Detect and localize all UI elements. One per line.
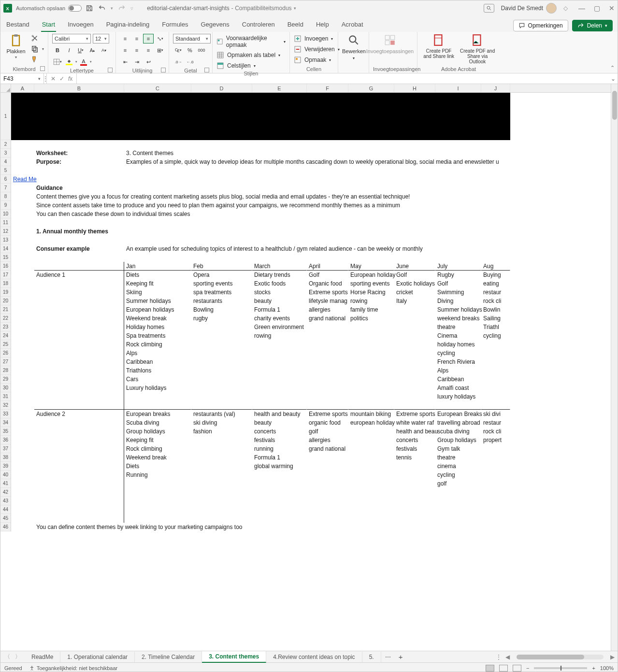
borders-button[interactable]: ▾: [52, 57, 63, 67]
cell[interactable]: [252, 357, 307, 366]
cell[interactable]: [481, 201, 510, 210]
cell[interactable]: [11, 523, 34, 531]
cell[interactable]: [191, 323, 252, 331]
row-header[interactable]: 18: [0, 279, 11, 288]
cell[interactable]: restaur: [481, 418, 510, 427]
row-header[interactable]: 7: [0, 184, 11, 192]
cell[interactable]: grand national: [307, 444, 348, 453]
cell[interactable]: [124, 497, 191, 505]
cell[interactable]: [191, 340, 252, 349]
cell[interactable]: Golf: [435, 279, 481, 288]
row-header[interactable]: 15: [0, 253, 11, 262]
horizontal-scrollbar[interactable]: [517, 655, 604, 659]
cell[interactable]: cricket: [394, 288, 435, 297]
cell[interactable]: [307, 210, 348, 218]
font-size-select[interactable]: 12: [93, 34, 109, 43]
search-icon[interactable]: [484, 4, 494, 13]
normal-view-icon[interactable]: [486, 665, 494, 672]
cell[interactable]: [11, 392, 34, 401]
orientation-icon[interactable]: ⤡▾: [155, 34, 165, 43]
sheet-tab-more-icon[interactable]: ⋯: [381, 654, 395, 660]
cell[interactable]: restaurants (val): [191, 410, 252, 418]
cell[interactable]: Feb: [191, 262, 252, 271]
cell[interactable]: [124, 192, 191, 201]
cell[interactable]: [11, 349, 34, 357]
cell[interactable]: [124, 488, 191, 497]
tab-bestand[interactable]: Bestand: [5, 19, 30, 32]
cell[interactable]: [307, 140, 348, 149]
cancel-formula-icon[interactable]: ✕: [51, 75, 56, 82]
cell[interactable]: [348, 244, 394, 253]
cell[interactable]: [348, 392, 394, 401]
cell[interactable]: [11, 323, 34, 331]
cell[interactable]: Alps: [124, 349, 191, 357]
cell[interactable]: [348, 505, 394, 514]
row-header[interactable]: 24: [0, 331, 11, 340]
conditional-formatting-button[interactable]: Voorwaardelijke opmaak▾: [216, 35, 286, 48]
addins-button[interactable]: Invoegtoepassingen: [373, 34, 407, 54]
cell[interactable]: [191, 157, 252, 166]
cell[interactable]: [252, 253, 307, 262]
cell[interactable]: [11, 227, 34, 236]
row-header[interactable]: 35: [0, 427, 11, 436]
cell[interactable]: [307, 384, 348, 392]
cell[interactable]: politics: [348, 314, 394, 323]
cell[interactable]: [307, 253, 348, 262]
cell[interactable]: [435, 210, 481, 218]
cell[interactable]: [191, 349, 252, 357]
page-break-view-icon[interactable]: [513, 665, 521, 672]
cell[interactable]: [191, 479, 252, 488]
cell[interactable]: Dietary trends: [252, 271, 307, 279]
cell[interactable]: [394, 314, 435, 323]
row-header[interactable]: 38: [0, 453, 11, 462]
decrease-indent-icon[interactable]: ⇤: [120, 57, 130, 67]
cell[interactable]: rowing: [348, 297, 394, 305]
cell[interactable]: [124, 253, 191, 262]
cell[interactable]: [435, 244, 481, 253]
cell[interactable]: Swimming: [435, 288, 481, 297]
cell[interactable]: [435, 505, 481, 514]
cell[interactable]: [394, 488, 435, 497]
diamond-icon[interactable]: ◇: [563, 5, 568, 12]
cell[interactable]: [34, 479, 124, 488]
cell[interactable]: [191, 392, 252, 401]
row-header[interactable]: 40: [0, 471, 11, 479]
cell[interactable]: luxury holidays: [435, 392, 481, 401]
cell[interactable]: [191, 210, 252, 218]
cell[interactable]: [307, 184, 348, 192]
dropdown-icon[interactable]: ▾: [111, 6, 113, 11]
cell[interactable]: [191, 401, 252, 410]
cell[interactable]: [34, 418, 124, 427]
cell[interactable]: rock cli: [481, 297, 510, 305]
cell[interactable]: cycling: [435, 471, 481, 479]
cell[interactable]: [11, 514, 34, 523]
cell[interactable]: Diets: [124, 271, 191, 279]
cell[interactable]: [34, 140, 124, 149]
cell[interactable]: [34, 262, 124, 271]
cell[interactable]: beauty: [252, 297, 307, 305]
cell[interactable]: [124, 184, 191, 192]
cell[interactable]: [11, 236, 34, 244]
cell[interactable]: [252, 140, 307, 149]
cell[interactable]: [348, 366, 394, 375]
tab-help[interactable]: Help: [315, 19, 330, 32]
merge-button[interactable]: ⊞▾: [155, 45, 165, 55]
cell[interactable]: [11, 366, 34, 375]
tab-formules[interactable]: Formules: [161, 19, 189, 32]
cell[interactable]: [11, 288, 34, 297]
cell[interactable]: [11, 184, 34, 192]
cell[interactable]: [124, 210, 191, 218]
cell[interactable]: [252, 166, 307, 175]
cell[interactable]: [348, 514, 394, 523]
cell[interactable]: [34, 392, 124, 401]
cell[interactable]: [435, 514, 481, 523]
vertical-scrollbar[interactable]: [611, 84, 618, 651]
cell[interactable]: [307, 366, 348, 375]
cell[interactable]: [252, 184, 307, 192]
tab-pagina-indeling[interactable]: Pagina-indeling: [105, 19, 151, 32]
cell[interactable]: [191, 514, 252, 523]
cell[interactable]: Running: [124, 471, 191, 479]
cell[interactable]: [191, 192, 252, 201]
cell[interactable]: [307, 392, 348, 401]
expand-formula-bar-icon[interactable]: ⌄: [609, 73, 618, 84]
